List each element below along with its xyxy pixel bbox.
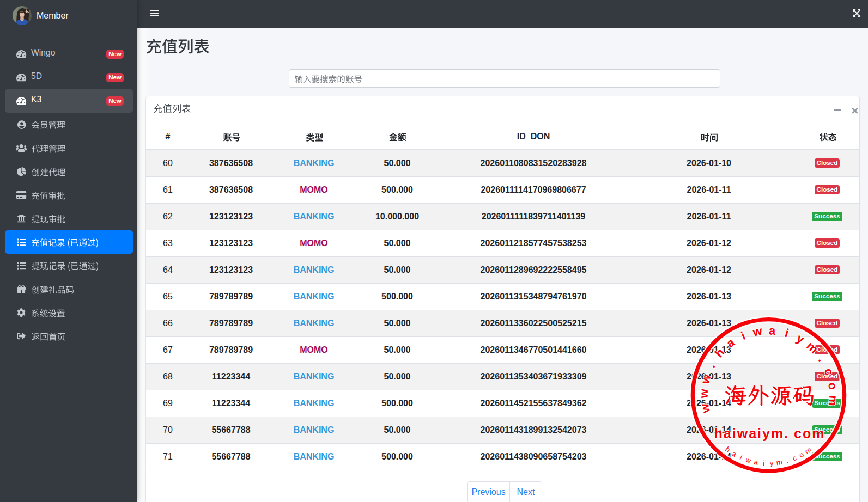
svg-text:w: w — [697, 402, 713, 415]
svg-text:a: a — [730, 449, 738, 458]
svg-text:c: c — [791, 454, 798, 463]
svg-text:w: w — [751, 324, 763, 339]
svg-text:w: w — [698, 373, 714, 386]
svg-text:o: o — [798, 450, 805, 460]
svg-text:m: m — [826, 395, 841, 406]
svg-text:i: i — [739, 329, 747, 342]
svg-text:.: . — [785, 456, 790, 464]
svg-text:w: w — [744, 455, 752, 465]
svg-text:y: y — [769, 459, 774, 467]
svg-text:h: h — [712, 346, 727, 360]
svg-text:i: i — [783, 326, 790, 340]
svg-text:i: i — [739, 454, 744, 462]
svg-text:i: i — [763, 459, 765, 467]
svg-text:y: y — [794, 331, 807, 346]
svg-text:a: a — [724, 335, 737, 350]
svg-text:a: a — [768, 323, 776, 338]
svg-text:.: . — [816, 353, 829, 364]
svg-text:h: h — [724, 445, 732, 454]
svg-text:c: c — [822, 366, 837, 377]
svg-text:haiwaiym. com: haiwaiym. com — [714, 426, 825, 441]
svg-text:a: a — [753, 458, 759, 467]
svg-text:.: . — [705, 360, 718, 370]
svg-text:m: m — [776, 458, 783, 467]
svg-text:o: o — [825, 382, 840, 391]
svg-text:w: w — [697, 389, 711, 399]
